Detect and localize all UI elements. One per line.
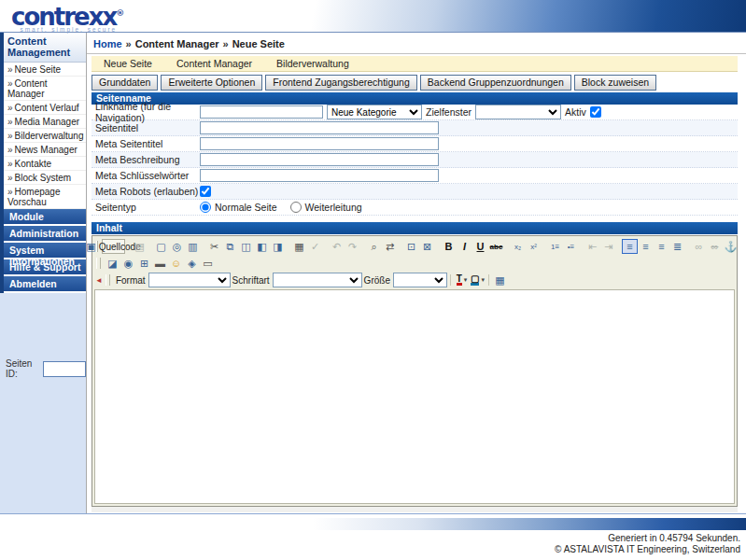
- sidebar-section-module[interactable]: Module: [4, 209, 86, 224]
- remove-format-icon[interactable]: ⊠: [419, 239, 435, 254]
- horizontal-rule-icon[interactable]: ▬: [152, 256, 168, 271]
- spell-check-icon[interactable]: ✓: [307, 239, 323, 254]
- align-right-icon[interactable]: ≡: [654, 239, 669, 254]
- insert-table-icon[interactable]: ⊞: [136, 256, 152, 271]
- align-left-icon[interactable]: ≡: [622, 239, 638, 254]
- paste-text-icon[interactable]: ◧: [254, 239, 270, 254]
- redo-icon[interactable]: ↷: [345, 239, 360, 254]
- meta-robots-checkbox[interactable]: [200, 186, 211, 197]
- meta-beschreibung-input[interactable]: [200, 153, 439, 166]
- unordered-list-icon[interactable]: •≡: [563, 239, 579, 254]
- page-break-icon[interactable]: ▭: [200, 256, 216, 271]
- size-select[interactable]: [393, 273, 447, 287]
- grunddaten-button[interactable]: Grunddaten: [91, 75, 158, 91]
- breadcrumb-home[interactable]: Home: [93, 38, 122, 49]
- meta-schluesselwoerter-label: Meta Schlüsselwörter: [91, 170, 200, 181]
- insert-image-icon[interactable]: ◪: [105, 256, 120, 271]
- normale-seite-radio[interactable]: [200, 202, 211, 213]
- block-zuweisen-button[interactable]: Block zuweisen: [574, 75, 656, 91]
- outdent-icon[interactable]: ⇤: [584, 239, 600, 254]
- sidebar: Content Management »Neue Seite»Content M…: [0, 33, 87, 513]
- select-all-icon[interactable]: ⊡: [403, 239, 419, 254]
- footer-divider: [0, 513, 746, 514]
- normale-seite-label[interactable]: Normale Seite: [215, 202, 277, 213]
- paste-word-icon[interactable]: ◨: [270, 239, 286, 254]
- templates-icon[interactable]: ▥: [185, 239, 201, 254]
- sidebar-section-abmelden[interactable]: Abmelden: [4, 276, 86, 291]
- italic-icon[interactable]: I: [457, 239, 472, 254]
- ordered-list-icon[interactable]: 1≡: [547, 239, 563, 254]
- sidebar-item-news-manager[interactable]: »News Manager: [4, 143, 86, 157]
- frontend-zugangsberechtigung-button[interactable]: Frontend Zugangsberechtigung: [265, 75, 417, 91]
- replace-icon[interactable]: ⇄: [382, 239, 398, 254]
- aktiv-checkbox[interactable]: [590, 106, 601, 118]
- save-icon[interactable]: ▤: [132, 239, 148, 254]
- weiterleitung-label[interactable]: Weiterleitung: [305, 202, 362, 213]
- zielfenster-select[interactable]: [475, 105, 561, 119]
- special-character-icon[interactable]: ◈: [184, 256, 200, 271]
- seiten-id-input[interactable]: [43, 361, 86, 377]
- indent-icon[interactable]: ⇥: [600, 239, 616, 254]
- erweiterte-optionen-button[interactable]: Erweiterte Optionen: [161, 75, 262, 91]
- font-select[interactable]: [273, 273, 362, 287]
- chevron-icon: »: [7, 159, 13, 169]
- text-color-icon[interactable]: T▾: [454, 273, 470, 287]
- superscript-icon[interactable]: x²: [526, 239, 542, 254]
- action-button-row: GrunddatenErweiterte OptionenFrontend Zu…: [91, 75, 738, 91]
- paste-icon[interactable]: ◫: [238, 239, 254, 254]
- sidebar-item-label: Kontakte: [15, 159, 51, 169]
- chevron-icon: »: [7, 131, 13, 141]
- sidebar-item-kontakte[interactable]: »Kontakte: [4, 157, 86, 171]
- strikethrough-icon[interactable]: abc: [488, 239, 504, 254]
- tab-bilderverwaltung[interactable]: Bilderverwaltung: [264, 58, 361, 69]
- source-icon[interactable]: ▣Quellcode: [102, 239, 125, 254]
- sidebar-item-bilderverwaltung[interactable]: »Bilderverwaltung: [4, 129, 86, 143]
- editor-canvas[interactable]: [94, 289, 735, 504]
- sidebar-section-hilfe-support[interactable]: Hilfe & Support: [4, 259, 86, 274]
- sidebar-section-administration[interactable]: Administration: [4, 226, 86, 241]
- tab-neue-seite[interactable]: Neue Seite: [91, 58, 164, 69]
- subscript-icon[interactable]: x₂: [510, 239, 526, 254]
- link-icon[interactable]: ∞: [691, 239, 707, 254]
- insert-flash-icon[interactable]: ◉: [120, 256, 136, 271]
- seitentitel-input[interactable]: [200, 121, 439, 134]
- sidebar-item-content-manager[interactable]: »Content Manager: [4, 77, 86, 101]
- sidebar-item-media-manager[interactable]: »Media Manager: [4, 115, 86, 129]
- category-select[interactable]: Neue Kategorie: [327, 105, 422, 119]
- print-icon[interactable]: ▦: [291, 239, 307, 254]
- smiley-icon[interactable]: ☺: [168, 256, 184, 271]
- cut-icon[interactable]: ✂: [206, 239, 222, 254]
- sidebar-item-neue-seite[interactable]: »Neue Seite: [4, 63, 86, 77]
- undo-icon[interactable]: ↶: [329, 239, 345, 254]
- aktiv-label: Aktiv: [565, 106, 586, 118]
- section-header-inhalt: Inhalt: [91, 222, 738, 234]
- align-center-icon[interactable]: ≡: [638, 239, 654, 254]
- bold-icon[interactable]: B: [441, 239, 457, 254]
- sidebar-item-block-system[interactable]: »Block System: [4, 171, 86, 185]
- sidebar-section-content-management[interactable]: Content Management: [4, 33, 86, 63]
- linkname-input[interactable]: [200, 105, 323, 119]
- underline-icon[interactable]: U: [472, 239, 488, 254]
- sidebar-item-homepage-vorschau[interactable]: »Homepage Vorschau: [4, 185, 86, 209]
- collapse-toolbar-icon[interactable]: ◄: [95, 276, 103, 285]
- format-select[interactable]: [148, 273, 231, 287]
- weiterleitung-radio[interactable]: [290, 202, 302, 213]
- wysiwyg-editor: ▣Quellcode▤▢◎▥✂⧉◫◧◨▦✓↶↷⌕⇄⊡⊠BIUabcx₂x²1≡•…: [91, 235, 738, 507]
- unlink-icon[interactable]: ∞: [707, 239, 723, 254]
- copy-icon[interactable]: ⧉: [222, 239, 238, 254]
- background-color-icon[interactable]: ▢▾: [470, 273, 486, 287]
- backend-gruppenzuordnungen-button[interactable]: Backend Gruppenzuordnungen: [420, 75, 571, 91]
- meta-seitentitel-input[interactable]: [200, 137, 439, 150]
- about-editor-icon[interactable]: ▦: [492, 273, 508, 287]
- tab-bar: Neue SeiteContent ManagerBilderverwaltun…: [91, 56, 738, 72]
- preview-icon[interactable]: ◎: [169, 239, 185, 254]
- chevron-icon: »: [7, 173, 13, 183]
- sidebar-section-system-informationen[interactable]: System Informationen: [4, 243, 86, 258]
- find-icon[interactable]: ⌕: [366, 239, 382, 254]
- align-justify-icon[interactable]: ≣: [669, 239, 685, 254]
- tab-content-manager[interactable]: Content Manager: [164, 58, 264, 69]
- sidebar-item-content-verlauf[interactable]: »Content Verlauf: [4, 101, 86, 115]
- new-page-icon[interactable]: ▢: [153, 239, 169, 254]
- meta-schluesselwoerter-input[interactable]: [200, 169, 439, 182]
- anchor-icon[interactable]: ⚓: [723, 239, 739, 254]
